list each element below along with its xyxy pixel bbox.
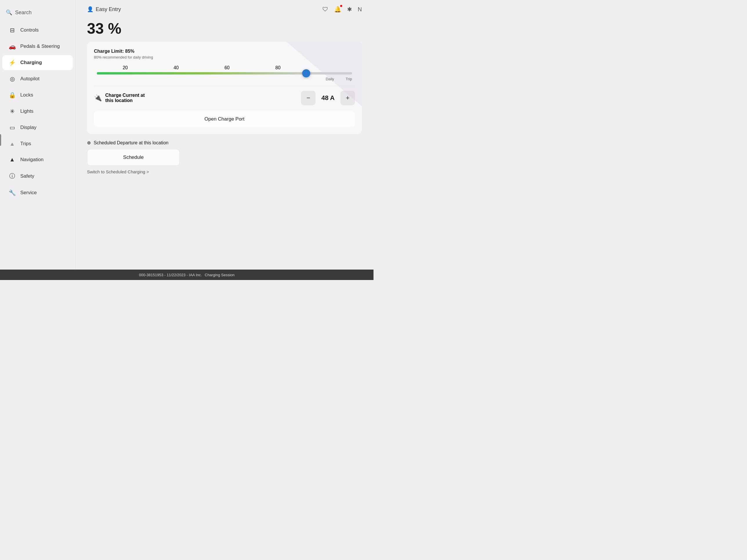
battery-percentage: 33 % bbox=[87, 20, 362, 37]
search-label: Search bbox=[15, 9, 32, 16]
lock-icon: 🔒 bbox=[8, 91, 16, 99]
lights-icon: ✳ bbox=[8, 108, 16, 115]
scheduled-departure: ⊕ Scheduled Departure at this location bbox=[87, 140, 362, 145]
open-charge-port-button[interactable]: Open Charge Port bbox=[94, 111, 355, 127]
pedals-icon: 🚗 bbox=[8, 43, 16, 50]
top-bar-icons: 🛡 🔔 ✱ N bbox=[323, 6, 362, 13]
main-content: 👤 Easy Entry 🛡 🔔 ✱ N 33 % Charge Limit: … bbox=[75, 0, 374, 280]
trip-label: Trip bbox=[346, 77, 352, 81]
switch-charging-link[interactable]: Switch to Scheduled Charging > bbox=[87, 169, 362, 174]
network-icon: N bbox=[358, 6, 362, 13]
sidebar-item-label: Display bbox=[20, 125, 36, 130]
sidebar: 🔍 Search ⊟ Controls 🚗 Pedals & Steering … bbox=[0, 0, 75, 280]
sidebar-item-label: Service bbox=[20, 190, 37, 196]
search-icon: 🔍 bbox=[6, 9, 12, 16]
sidebar-item-label: Safety bbox=[20, 174, 34, 179]
sidebar-item-lights[interactable]: ✳ Lights bbox=[2, 104, 73, 119]
sidebar-item-service[interactable]: 🔧 Service bbox=[2, 185, 73, 200]
service-icon: 🔧 bbox=[8, 189, 16, 196]
charge-limit-label: Charge Limit: 85% bbox=[94, 49, 355, 54]
sidebar-item-label: Locks bbox=[20, 92, 33, 98]
sidebar-item-label: Trips bbox=[20, 141, 31, 146]
increase-current-button[interactable]: + bbox=[340, 91, 355, 105]
trips-icon: ⟁ bbox=[8, 140, 16, 147]
scheduled-departure-label: Scheduled Departure at this location bbox=[94, 140, 169, 145]
slider-mark-80: 80 bbox=[276, 65, 281, 71]
sidebar-item-label: Pedals & Steering bbox=[20, 44, 60, 49]
sidebar-item-label: Controls bbox=[20, 27, 38, 33]
slider-daily-trip: Daily Trip bbox=[94, 75, 355, 81]
charge-current-label-line2: this location bbox=[105, 98, 145, 103]
charge-current-label-block: Charge Current at this location bbox=[105, 93, 145, 103]
plug-icon: 🔌 bbox=[94, 94, 102, 102]
sidebar-item-label: Charging bbox=[20, 60, 42, 65]
bottom-bar-text: 000-38151953 - 11/22/2023 - IAA Inc. bbox=[139, 273, 202, 277]
bluetooth-icon[interactable]: ✱ bbox=[347, 6, 352, 13]
person-icon: 👤 bbox=[87, 6, 93, 12]
sidebar-item-label: Lights bbox=[20, 108, 33, 114]
display-icon: ▭ bbox=[8, 124, 16, 131]
charge-current-label-line1: Charge Current at bbox=[105, 93, 145, 98]
charge-current-row: 🔌 Charge Current at this location − 48 A… bbox=[94, 86, 355, 108]
sidebar-item-locks[interactable]: 🔒 Locks bbox=[2, 87, 73, 103]
slider-mark-40: 40 bbox=[174, 65, 179, 71]
car-icon[interactable]: 🛡 bbox=[323, 6, 328, 13]
easy-entry-label: Easy Entry bbox=[96, 6, 121, 12]
top-bar-left: 👤 Easy Entry bbox=[87, 6, 121, 12]
sidebar-item-display[interactable]: ▭ Display bbox=[2, 120, 73, 135]
charge-current-controls: − 48 A + bbox=[301, 91, 355, 105]
sidebar-item-label: Autopilot bbox=[20, 76, 40, 82]
slider-mark-20: 20 bbox=[123, 65, 128, 71]
sidebar-item-label: Navigation bbox=[20, 157, 44, 163]
charge-slider-track[interactable] bbox=[97, 72, 352, 75]
schedule-button[interactable]: Schedule bbox=[87, 149, 180, 166]
daily-label: Daily bbox=[326, 77, 334, 81]
sidebar-item-controls[interactable]: ⊟ Controls bbox=[2, 23, 73, 38]
search-bar[interactable]: 🔍 Search bbox=[0, 6, 75, 19]
easy-entry[interactable]: 👤 Easy Entry bbox=[87, 6, 121, 12]
safety-icon: ⓘ bbox=[8, 172, 16, 180]
left-edge-indicator bbox=[0, 134, 1, 146]
notification-icon[interactable]: 🔔 bbox=[334, 6, 341, 13]
scheduled-icon: ⊕ bbox=[87, 140, 91, 145]
slider-thumb[interactable] bbox=[302, 69, 310, 77]
charge-card: Charge Limit: 85% 80% recommended for da… bbox=[87, 42, 362, 134]
sidebar-item-trips[interactable]: ⟁ Trips bbox=[2, 136, 73, 151]
bottom-bar: 000-38151953 - 11/22/2023 - IAA Inc. Cha… bbox=[0, 270, 374, 280]
sidebar-item-navigation[interactable]: ▲ Navigation bbox=[2, 152, 73, 167]
charge-current-left: 🔌 Charge Current at this location bbox=[94, 93, 145, 103]
navigation-icon: ▲ bbox=[8, 156, 16, 163]
top-bar: 👤 Easy Entry 🛡 🔔 ✱ N bbox=[87, 6, 362, 13]
bottom-bar-suffix: Charging Session bbox=[205, 273, 235, 277]
slider-labels: 20 40 60 80 bbox=[94, 65, 355, 71]
sidebar-item-safety[interactable]: ⓘ Safety bbox=[2, 168, 73, 184]
decrease-current-button[interactable]: − bbox=[301, 91, 315, 105]
slider-fill bbox=[97, 72, 306, 75]
charging-icon: ⚡ bbox=[8, 59, 16, 66]
sidebar-item-charging[interactable]: ⚡ Charging bbox=[2, 55, 73, 70]
autopilot-icon: ◎ bbox=[8, 75, 16, 82]
controls-icon: ⊟ bbox=[8, 27, 16, 34]
sidebar-item-pedals[interactable]: 🚗 Pedals & Steering bbox=[2, 39, 73, 54]
sidebar-item-autopilot[interactable]: ◎ Autopilot bbox=[2, 71, 73, 86]
slider-mark-60: 60 bbox=[225, 65, 230, 71]
charge-limit-sub: 80% recommended for daily driving bbox=[94, 55, 355, 59]
charge-slider-container: 20 40 60 80 Daily Trip bbox=[94, 65, 355, 81]
charge-current-value: 48 A bbox=[315, 94, 340, 102]
notification-dot bbox=[340, 5, 342, 7]
